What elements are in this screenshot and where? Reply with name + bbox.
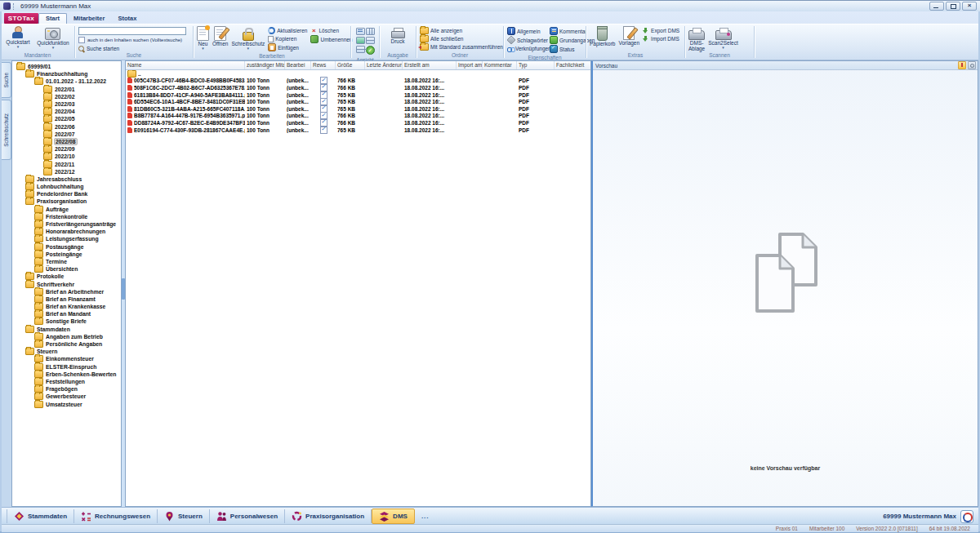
papierkorb-button[interactable]: Papierkorb — [588, 25, 617, 47]
tree-item[interactable]: 2022/01 — [12, 86, 121, 93]
view-check-icon[interactable]: ✓ — [366, 46, 375, 55]
tree-item[interactable]: Gewerbesteuer — [12, 393, 121, 400]
export-dms-button[interactable]: Export DMS — [643, 27, 679, 34]
parent-folder-row[interactable]: .. — [126, 70, 590, 78]
stotax-logo[interactable]: STOTax — [4, 13, 38, 24]
tree-item[interactable]: Brief an Krankenkasse — [12, 303, 121, 310]
allgemein-button[interactable]: Allgemein — [507, 27, 546, 35]
tree-item[interactable]: Postausgänge — [12, 243, 121, 251]
neu-button[interactable]: Neu ▾ — [195, 25, 211, 51]
pin-icon[interactable] — [958, 61, 966, 69]
tree-item[interactable]: Umsatzsteuer — [12, 400, 121, 407]
tree-item[interactable]: 2022/09 — [12, 145, 121, 153]
tree-item[interactable]: Honorarabrechnungen — [12, 228, 121, 235]
module-tab-personalwesen[interactable]: Personalwesen — [210, 509, 285, 523]
table-row[interactable]: 81DB60C5-321B-4ABA-A215-665FC407118A.pdf… — [126, 105, 590, 113]
column-header-bearbeiter[interactable]: Bearbei — [285, 61, 311, 69]
tree-item[interactable]: Brief an Mandant — [12, 310, 121, 318]
tree-item[interactable]: 2022/03 — [12, 100, 121, 108]
dms-ablage-button[interactable]: DMS- Ablage — [687, 25, 706, 52]
tree-item[interactable]: Feststellungen — [12, 378, 121, 385]
tree-item[interactable]: 01.01.2022 - 31.12.2022 — [12, 78, 121, 85]
quickstart-button[interactable]: Quickstart ▾ — [4, 25, 31, 49]
tree-item[interactable]: ELSTER-Einspruch — [12, 363, 121, 371]
tree-item[interactable]: Posteingänge — [12, 251, 121, 258]
view-list-icon[interactable] — [356, 28, 365, 35]
tree-item[interactable]: Schriftverkehr — [12, 280, 121, 287]
tab-stotax[interactable]: Stotax — [111, 14, 143, 24]
mit-standard-button[interactable]: Mit Standard zusammenführen — [420, 43, 503, 51]
table-row[interactable]: B8B77874-A164-447B-917E-6954B3635971.pdf… — [126, 113, 590, 120]
tree-item[interactable]: 2022/02 — [12, 93, 121, 100]
tab-mitarbeiter[interactable]: Mitarbeiter — [67, 14, 111, 24]
loeschen-button[interactable]: ×Löschen — [310, 27, 352, 34]
column-header-mitarbeiter[interactable]: zuständiger Mita: — [245, 61, 285, 69]
view-table-icon[interactable] — [366, 37, 375, 44]
table-row[interactable]: 6D554EC6-10A1-4BCF-8BE7-8481DC0F31EB.pdf… — [126, 98, 590, 105]
column-header-letzte-aenderung[interactable]: Letzte Änderung — [365, 61, 403, 69]
tree-item[interactable]: 2022/10 — [12, 153, 121, 160]
side-tab-suche[interactable]: Suche — [2, 62, 11, 98]
column-header-fachlichkeit[interactable]: Fachlichkeit — [555, 61, 590, 69]
module-tab-overflow[interactable]: ... — [415, 509, 436, 523]
tab-start[interactable]: Start — [38, 13, 67, 24]
search-start-button[interactable]: Suche starten — [78, 45, 119, 52]
tree-item[interactable]: Einkommensteuer — [12, 355, 121, 362]
sync-icon[interactable] — [960, 510, 973, 523]
search-input[interactable] — [78, 27, 186, 35]
tree-item[interactable]: Fristenkontrolle — [12, 213, 121, 220]
view-details-icon[interactable] — [366, 28, 375, 35]
tree-item[interactable]: Fragebögen — [12, 385, 121, 393]
kopieren-button[interactable]: Kopieren — [268, 35, 307, 42]
schlagwoerter-button[interactable]: Schlagwörter — [507, 36, 546, 44]
column-header-name[interactable]: Name — [126, 61, 245, 69]
aktualisieren-button[interactable]: Aktualisieren — [268, 27, 307, 34]
tree-item[interactable]: 2022/05 — [12, 115, 121, 122]
tree-item[interactable]: 2022/06 — [12, 123, 121, 131]
tree-item[interactable]: Steuern — [12, 348, 121, 355]
tree-item[interactable]: Erben-Schenken-Bewerten — [12, 371, 121, 378]
maximize-button[interactable] — [946, 2, 960, 11]
tree-item[interactable]: Brief an Finanzamt — [12, 295, 121, 303]
tree-item[interactable]: 2022/08 — [12, 138, 121, 145]
view-tiles-icon[interactable] — [356, 37, 365, 44]
tree-item[interactable]: Angaben zum Betrieb — [12, 333, 121, 340]
druck-button[interactable]: Druck — [390, 25, 407, 45]
tree-item[interactable]: Fristverlängerungsanträge — [12, 220, 121, 228]
column-header-erstellt-am[interactable]: Erstellt am — [403, 61, 457, 69]
module-tab-rechnungswesen[interactable]: Rechnungswesen — [74, 509, 158, 523]
close-button[interactable]: × — [962, 2, 977, 11]
module-tab-stammdaten[interactable]: Stammdaten — [7, 509, 74, 523]
verknuepfungen-button[interactable]: Verknüpfungen — [507, 45, 546, 52]
quickfunktion-button[interactable]: Quickfunktion ▾ — [35, 25, 70, 50]
gear-icon[interactable] — [968, 61, 976, 69]
table-row[interactable]: 508F1C6C-2DC7-4B02-B6C7-AD6325367E78.pdf… — [126, 84, 590, 91]
tree-item[interactable]: 2022/11 — [12, 160, 121, 167]
schreibschutz-button[interactable]: Schreibschutz ▾ — [229, 25, 266, 51]
tree-item[interactable]: Aufträge — [12, 206, 121, 213]
column-header-kommentar[interactable]: Kommentar — [483, 61, 517, 69]
table-row[interactable]: E0916194-C774-430F-93DB-281867CAAE4E.pdf… — [126, 127, 590, 134]
tree-item[interactable]: 2022/07 — [12, 131, 121, 138]
module-tab-praxisorganisation[interactable]: Praxisorganisation — [285, 509, 372, 523]
column-header-import-am[interactable]: Import am — [457, 61, 483, 69]
alle-anzeigen-button[interactable]: Alle anzeigen — [420, 27, 503, 34]
table-row[interactable]: 005C47B3-CF07-46B4-BDC0-E498BB0F4583.pdf… — [126, 78, 590, 85]
import-dms-button[interactable]: Import DMS — [643, 35, 679, 42]
umbenennen-button[interactable]: Umbenennen — [310, 35, 352, 43]
column-header-typ[interactable]: Typ — [517, 61, 555, 69]
table-row[interactable]: DD88724A-9792-4C67-B2EC-E4B9DE347BF3.pdf… — [126, 119, 590, 127]
side-tab-schreibschutz[interactable]: Schreibschutz — [2, 100, 11, 160]
module-tab-steuern[interactable]: Steuern — [158, 509, 210, 523]
oeffnen-button[interactable]: Öffnen — [211, 25, 229, 47]
checkbox-checked-icon[interactable] — [320, 127, 327, 134]
tree-item[interactable]: Stammdaten — [12, 326, 121, 333]
alle-schliessen-button[interactable]: Alle schließen — [420, 35, 503, 42]
vorlagen-button[interactable]: Vorlagen — [617, 25, 641, 47]
table-row[interactable]: 61813B84-8DD7-41CF-A940-5AFE3BA84111.pdf… — [126, 91, 590, 99]
tree-item[interactable]: Termine — [12, 258, 121, 265]
view-grid-icon[interactable] — [356, 46, 365, 53]
einfuegen-button[interactable]: Einfügen — [268, 43, 307, 51]
column-header-groesse[interactable]: Größe — [336, 61, 365, 69]
module-tab-dms[interactable]: DMS — [372, 509, 415, 524]
